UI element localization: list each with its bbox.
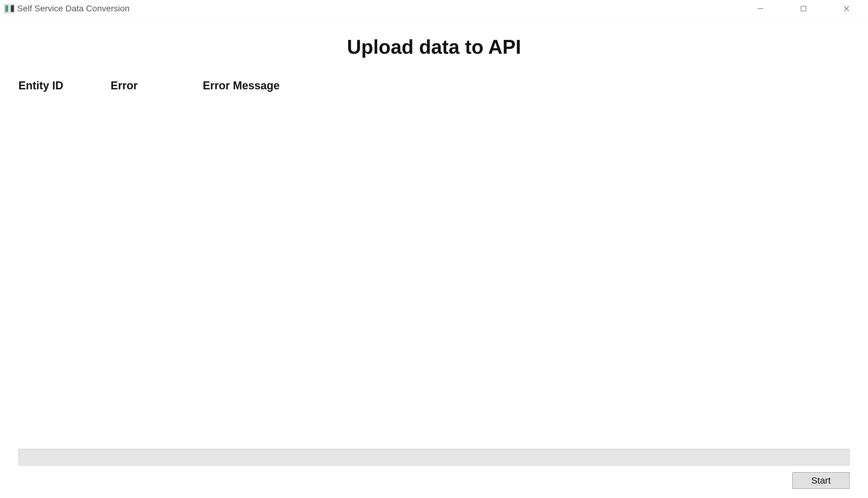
minimize-button[interactable]: [739, 0, 782, 17]
progress-bar: [18, 449, 850, 466]
svg-rect-1: [5, 5, 8, 12]
column-header-error-message: Error Message: [203, 79, 850, 92]
window-title: Self Service Data Conversion: [17, 4, 739, 13]
main-content: Upload data to API Entity ID Error Error…: [0, 17, 868, 449]
close-button[interactable]: [825, 0, 868, 17]
svg-rect-3: [11, 5, 14, 12]
table-body: [18, 96, 850, 449]
window-titlebar: Self Service Data Conversion: [0, 0, 868, 17]
footer: Start: [0, 449, 868, 498]
table-header: Entity ID Error Error Message: [18, 79, 850, 92]
column-header-entity-id: Entity ID: [18, 79, 111, 92]
button-row: Start: [18, 472, 850, 489]
app-icon: [4, 3, 15, 14]
maximize-button[interactable]: [782, 0, 825, 17]
window-controls: [739, 0, 868, 17]
start-button[interactable]: Start: [792, 472, 850, 489]
column-header-error: Error: [111, 79, 203, 92]
page-title: Upload data to API: [18, 36, 850, 58]
svg-rect-5: [801, 6, 806, 11]
svg-rect-2: [9, 5, 10, 12]
